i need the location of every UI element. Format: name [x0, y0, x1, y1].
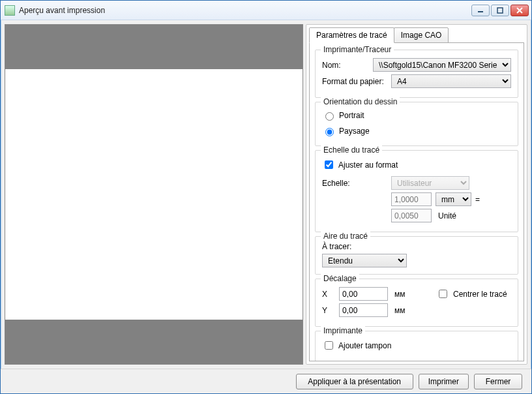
- legend-scale: Echelle du tracé: [321, 145, 382, 155]
- window-frame: Aperçu avant impression Paramètres de tr…: [0, 0, 532, 394]
- label-landscape: Paysage: [339, 127, 370, 136]
- paper-format-select[interactable]: A4: [391, 74, 511, 88]
- unit-select[interactable]: mm: [436, 192, 471, 206]
- checkbox-fit[interactable]: [325, 160, 333, 169]
- input-offset-x[interactable]: [339, 287, 388, 301]
- footer: Appliquer à la présentation Imprimer Fer…: [1, 369, 531, 393]
- group-offset: Décalage X мм Centrer le tracé Y мм: [315, 279, 518, 327]
- minimize-icon: [477, 7, 484, 14]
- window-buttons: [471, 5, 529, 16]
- preview-pane: [5, 24, 303, 365]
- label-to-plot: À tracer:: [322, 242, 511, 251]
- radio-portrait[interactable]: [325, 112, 334, 121]
- legend-area: Aire du tracé: [321, 232, 370, 241]
- tab-params[interactable]: Paramètres de tracé: [309, 27, 394, 43]
- checkbox-center[interactable]: [439, 290, 447, 298]
- input-scale-num1[interactable]: [391, 192, 432, 206]
- tabs: Paramètres de tracé Image CAO: [309, 27, 524, 43]
- label-fit: Ajuster au format: [338, 160, 398, 170]
- input-offset-y[interactable]: [339, 303, 388, 317]
- close-dialog-button[interactable]: Fermer: [474, 374, 522, 389]
- close-button[interactable]: [510, 5, 529, 16]
- legend-printer: Imprimante/Traceur: [321, 45, 394, 54]
- close-icon: [516, 7, 523, 14]
- preview-page: [5, 69, 303, 320]
- scale-select[interactable]: Utilisateur: [391, 176, 469, 190]
- printer-name-select[interactable]: \\Softgold15\Canon MF3200 Serie: [373, 58, 511, 72]
- label-mm-x: мм: [394, 290, 418, 299]
- tab-cad[interactable]: Image CAO: [394, 27, 449, 43]
- checkbox-add-stamp[interactable]: [325, 341, 333, 350]
- label-offset-x: X: [322, 290, 335, 299]
- legend-orientation: Orientation du dessin: [321, 97, 400, 106]
- group-scale: Echelle du tracé Ajuster au format Echel…: [315, 150, 518, 232]
- content-area: Paramètres de tracé Image CAO Imprimante…: [1, 20, 531, 369]
- label-add-stamp: Ajouter tampon: [338, 341, 391, 350]
- group-orientation: Orientation du dessin Portrait Paysage: [315, 102, 518, 146]
- label-printer-name: Nom:: [322, 61, 369, 70]
- label-equals: =: [475, 195, 480, 204]
- label-mm-y: мм: [394, 306, 418, 315]
- label-center: Centrer le tracé: [453, 290, 507, 299]
- maximize-icon: [497, 7, 503, 14]
- group-area: Aire du tracé À tracer: Etendu: [315, 236, 518, 275]
- print-button[interactable]: Imprimer: [419, 374, 469, 389]
- legend-offset: Décalage: [321, 274, 359, 283]
- maximize-button[interactable]: [491, 5, 509, 16]
- area-select[interactable]: Etendu: [322, 254, 407, 267]
- legend-stamp: Imprimante: [321, 326, 365, 335]
- apply-button[interactable]: Appliquer à la présentation: [296, 374, 413, 389]
- label-scale: Echelle:: [322, 179, 387, 188]
- radio-landscape[interactable]: [325, 128, 334, 136]
- label-paper-format: Format du papier:: [322, 77, 387, 86]
- minimize-button[interactable]: [471, 5, 490, 16]
- side-panel: Paramètres de tracé Image CAO Imprimante…: [306, 24, 527, 365]
- label-unit: Unité: [438, 211, 462, 220]
- tab-panel-params: Imprimante/Traceur Nom: \\Softgold15\Can…: [309, 42, 524, 361]
- input-scale-num2[interactable]: [391, 209, 432, 222]
- svg-rect-1: [497, 8, 503, 13]
- window-title: Aperçu avant impression: [19, 6, 471, 15]
- label-portrait: Portrait: [339, 111, 364, 120]
- group-stamp: Imprimante Ajouter tampon: [315, 331, 518, 361]
- app-icon: [5, 5, 15, 16]
- label-offset-y: Y: [322, 306, 335, 315]
- titlebar: Aperçu avant impression: [1, 1, 531, 20]
- group-printer: Imprimante/Traceur Nom: \\Softgold15\Can…: [315, 50, 518, 98]
